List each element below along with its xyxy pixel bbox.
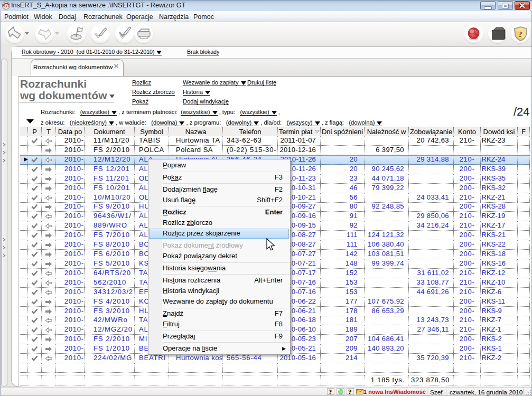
svg-text:GT: GT — [4, 4, 10, 8]
svg-text:?: ? — [518, 30, 522, 39]
